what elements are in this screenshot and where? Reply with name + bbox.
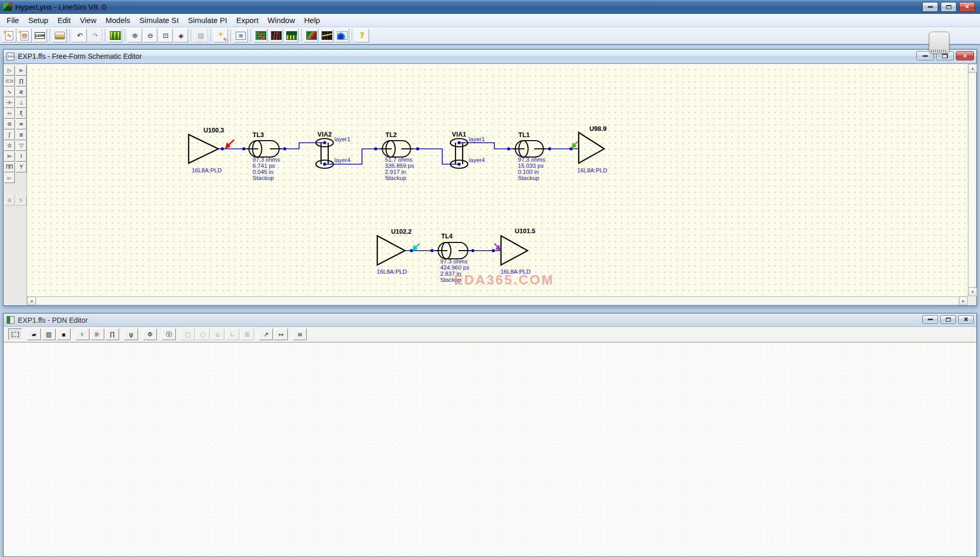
lsim-button[interactable]: LSIM	[33, 29, 47, 42]
ground-arrow-tool[interactable]: ▽	[16, 141, 27, 151]
buffer-u98-9[interactable]	[579, 132, 604, 163]
scroll-down-button[interactable]	[968, 287, 977, 296]
ber-chart-button[interactable]	[284, 29, 299, 42]
move-tool[interactable]: ⊕	[4, 195, 15, 206]
scroll-thumb[interactable]	[36, 297, 959, 305]
ibis-buffer-tool[interactable]: ⊳	[16, 65, 27, 76]
decap-button[interactable]: ⊦	[76, 328, 89, 340]
menu-item-edit[interactable]: Edit	[53, 14, 75, 26]
oscilloscope-button[interactable]: ≋	[234, 29, 248, 42]
scroll-up-button[interactable]	[968, 64, 977, 73]
menu-item-help[interactable]: Help	[300, 14, 325, 26]
spectrum-button[interactable]	[320, 29, 334, 42]
menu-item-simulate-si[interactable]: Simulate SI	[135, 14, 184, 26]
help-button[interactable]: ?	[355, 29, 369, 42]
ground-tool[interactable]: ≡	[16, 119, 27, 129]
route-button[interactable]: ∟	[225, 328, 239, 340]
tline-tl4[interactable]	[435, 242, 471, 259]
redo-button[interactable]: ↷	[88, 29, 102, 42]
tline-tl2[interactable]	[379, 141, 414, 157]
plane-cutout-button[interactable]: ▨	[42, 328, 56, 340]
buffer-u102-2[interactable]	[377, 236, 405, 265]
scroll-right-button[interactable]	[959, 297, 968, 305]
menu-item-setup[interactable]: Setup	[24, 14, 53, 26]
ground-pair-tool[interactable]: ≣	[16, 130, 27, 140]
pull-resistor-tool[interactable]: ≷	[16, 87, 27, 97]
driver-tool[interactable]: ▷	[4, 65, 15, 76]
stackup-editor-button[interactable]	[108, 29, 122, 42]
ellipse-button[interactable]: ○	[196, 328, 210, 340]
zoom-fit-button[interactable]: ◈	[174, 29, 188, 42]
print-button[interactable]	[53, 29, 67, 42]
schematic-title-bar[interactable]: EXP1.ffs - Free-Form Schematic Editor	[4, 50, 976, 63]
new-schematic-button[interactable]: ∿	[2, 29, 16, 42]
probe-tool[interactable]: Y	[16, 162, 27, 172]
copy-shape-button[interactable]: ⊞	[240, 328, 254, 340]
port-button[interactable]: Φ	[143, 328, 157, 340]
buffer-tool[interactable]: ▻	[4, 173, 15, 183]
source-tool[interactable]: ⊙	[4, 141, 15, 151]
undo-button[interactable]: ↶	[73, 29, 87, 42]
viewer-3d-button[interactable]	[335, 29, 349, 42]
buffer-u101-5[interactable]	[501, 236, 528, 265]
polygon-button[interactable]: ⌂	[211, 328, 224, 340]
scroll-track[interactable]	[968, 73, 976, 287]
plane-shape-button[interactable]: ▰	[27, 328, 41, 340]
open-schematic-button[interactable]: ▤	[17, 29, 32, 42]
pdn-canvas[interactable]	[4, 342, 976, 556]
schematic-horizontal-scrollbar[interactable]	[27, 296, 968, 305]
probe-arrow-button[interactable]: ↗	[259, 328, 273, 340]
capacitor-gnd-tool[interactable]: ⊥	[16, 98, 27, 108]
stackup-view-button[interactable]: ≡	[293, 328, 307, 340]
schematic-vertical-scrollbar[interactable]	[968, 64, 976, 296]
ic-tool[interactable]: ⊨	[4, 151, 15, 162]
stub-tool[interactable]: ⊖	[4, 119, 15, 129]
scroll-thumb[interactable]	[968, 73, 976, 287]
coil-tool[interactable]: ξ	[16, 108, 27, 119]
report-button[interactable]: ▤	[194, 29, 208, 42]
tline-tl3[interactable]	[246, 141, 282, 157]
probe-arrow-cyan[interactable]	[412, 243, 420, 251]
wizard-button[interactable]: *	[214, 29, 228, 42]
via-pair-tool[interactable]: ΠΠ	[4, 162, 15, 172]
schematic-close-button[interactable]	[956, 51, 974, 60]
select-marquee-button[interactable]	[8, 328, 22, 340]
tline-tool[interactable]: ⊂⊃	[4, 76, 15, 86]
pdn-minimize-button[interactable]	[922, 315, 938, 324]
rectangle-button[interactable]: □	[181, 328, 195, 340]
menu-item-simulate-pi[interactable]: Simulate PI	[184, 14, 232, 26]
pdn-maximize-button[interactable]	[940, 315, 956, 324]
main-close-button[interactable]	[959, 2, 975, 12]
rotate-tool[interactable]: ↻	[16, 195, 27, 206]
main-minimize-button[interactable]	[922, 2, 938, 12]
inductor-tool[interactable]: ∾	[4, 108, 15, 119]
via-array-button[interactable]: ∏	[105, 328, 119, 340]
main-maximize-button[interactable]	[941, 2, 956, 12]
resistor-tool[interactable]: ∿	[4, 87, 15, 97]
pdn-title-bar[interactable]: EXP1.ffs - PDN Editor	[4, 314, 976, 327]
eye-diagram-button[interactable]	[269, 29, 283, 42]
measure-button[interactable]: ↔	[274, 328, 288, 340]
eye-mask-button[interactable]	[254, 29, 268, 42]
pad-button[interactable]: ▪	[57, 328, 71, 340]
pdn-close-button[interactable]	[958, 315, 974, 324]
probe-arrow-red[interactable]	[225, 140, 234, 149]
main-title-bar[interactable]: HyperLynx - LineSim V8. 0	[0, 0, 980, 14]
spool-tool[interactable]: I	[16, 151, 27, 162]
scroll-left-button[interactable]	[27, 297, 36, 305]
zoom-in-button[interactable]: ⊕	[128, 29, 142, 42]
vrm-button[interactable]: Ⓥ	[162, 328, 176, 340]
buffer-u100-3[interactable]	[189, 135, 218, 163]
capacitor-tool[interactable]: ⊣⊢	[4, 98, 15, 108]
menu-item-file[interactable]: File	[2, 14, 24, 26]
zoom-out-button[interactable]: ⊖	[143, 29, 157, 42]
schematic-canvas[interactable]: U100.3 16L8A:PLD TL3 97.3 ohms 6.741 ps …	[27, 64, 968, 296]
menu-item-view[interactable]: View	[75, 14, 101, 26]
probe-arrow-purple[interactable]	[494, 243, 501, 251]
decap-pair-button[interactable]: ⊪	[90, 328, 104, 340]
ferrite-bead-tool[interactable]: ʃ	[4, 130, 15, 140]
plane-noise-button[interactable]	[304, 29, 318, 42]
zoom-area-button[interactable]: ⊡	[158, 29, 173, 42]
menu-item-window[interactable]: Window	[263, 14, 300, 26]
menu-item-export[interactable]: Export	[232, 14, 263, 26]
